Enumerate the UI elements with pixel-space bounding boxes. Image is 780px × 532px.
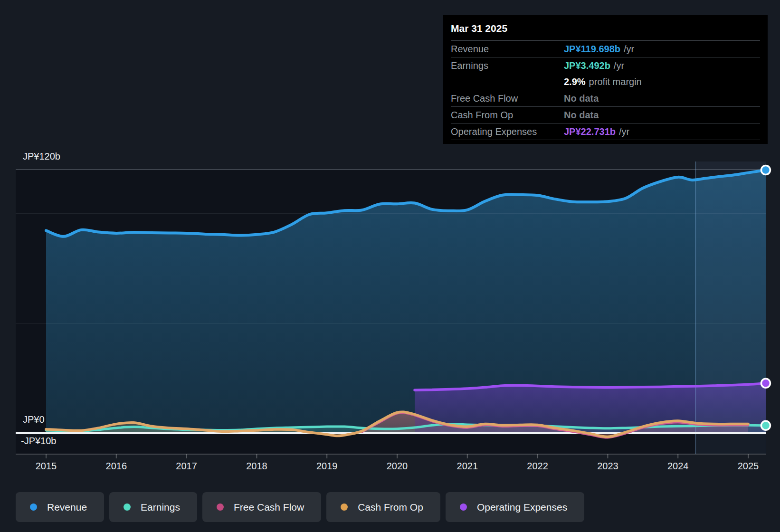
y-axis-label-max: JP¥120b — [23, 151, 60, 162]
tooltip-value: JP¥119.698b — [564, 44, 620, 55]
legend-item-revenue[interactable]: Revenue — [16, 492, 104, 522]
x-axis-tick-label: 2023 — [597, 461, 618, 472]
legend-item-label: Revenue — [47, 502, 87, 513]
legend-item-free-cash-flow[interactable]: Free Cash Flow — [202, 492, 321, 522]
tooltip-row-revenue: Revenue JP¥119.698b /yr — [451, 41, 760, 57]
tooltip-label: Operating Expenses — [451, 126, 564, 137]
tooltip-label: Cash From Op — [451, 110, 564, 121]
end-marker-Revenue — [761, 166, 770, 175]
earnings-dot-icon — [124, 504, 131, 511]
financial-history-chart-page: Mar 31 2025 Revenue JP¥119.698b /yr Earn… — [0, 0, 780, 532]
x-axis-tick-label: 2016 — [106, 461, 127, 472]
x-axis-tick-label: 2020 — [387, 461, 408, 472]
tooltip-value: JP¥22.731b — [564, 126, 616, 137]
tooltip-row-profit-margin: 2.9% profit margin — [451, 74, 760, 90]
tooltip-value: 2.9% — [564, 76, 586, 87]
legend-item-label: Cash From Op — [358, 502, 423, 513]
tooltip-value: JP¥3.492b — [564, 60, 610, 71]
operating-expenses-dot-icon — [460, 504, 467, 511]
x-axis-tick-label: 2019 — [316, 461, 338, 472]
x-axis-tick-label: 2017 — [176, 461, 197, 472]
tooltip-row-cash-from-op: Cash From Op No data — [451, 107, 760, 124]
end-marker-Operating Expenses — [761, 379, 770, 388]
tooltip-value: No data — [564, 110, 599, 121]
x-axis-tick-label: 2024 — [667, 461, 689, 472]
tooltip-suffix: /yr — [614, 60, 624, 71]
tooltip-value: No data — [564, 93, 599, 104]
tooltip-date: Mar 31 2025 — [451, 18, 760, 41]
x-axis-tick-label: 2022 — [527, 461, 548, 472]
x-axis-tick-label: 2018 — [246, 461, 267, 472]
y-axis-label-zero: JP¥0 — [23, 414, 45, 425]
x-axis-tick-label: 2015 — [36, 461, 57, 472]
end-marker-Earnings — [761, 421, 770, 430]
legend-item-label: Earnings — [141, 502, 180, 513]
cash-from-op-dot-icon — [341, 504, 348, 511]
tooltip-suffix: /yr — [619, 126, 629, 137]
free-cash-flow-dot-icon — [217, 504, 224, 511]
tooltip-row-free-cash-flow: Free Cash Flow No data — [451, 90, 760, 107]
legend-item-label: Operating Expenses — [477, 502, 567, 513]
x-axis-tick-label: 2025 — [738, 461, 759, 472]
x-axis-tick-label: 2021 — [457, 461, 478, 472]
tooltip-suffix: profit margin — [589, 76, 642, 87]
tooltip-card: Mar 31 2025 Revenue JP¥119.698b /yr Earn… — [443, 15, 768, 144]
tooltip-label: Revenue — [451, 44, 564, 55]
tooltip-label: Free Cash Flow — [451, 93, 564, 104]
tooltip-row-earnings: Earnings JP¥3.492b /yr — [451, 57, 760, 74]
legend-item-label: Free Cash Flow — [234, 502, 304, 513]
legend-item-operating-expenses[interactable]: Operating Expenses — [446, 492, 584, 522]
y-axis-label-min: -JP¥10b — [21, 436, 57, 446]
tooltip-label: Earnings — [451, 60, 564, 71]
legend-item-cash-from-op[interactable]: Cash From Op — [326, 492, 440, 522]
tooltip-suffix: /yr — [624, 44, 634, 55]
legend: Revenue Earnings Free Cash Flow Cash Fro… — [16, 492, 584, 522]
highlight-band — [695, 162, 766, 454]
tooltip-row-operating-expenses: Operating Expenses JP¥22.731b /yr — [451, 124, 760, 140]
legend-item-earnings[interactable]: Earnings — [109, 492, 197, 522]
revenue-dot-icon — [30, 504, 37, 511]
